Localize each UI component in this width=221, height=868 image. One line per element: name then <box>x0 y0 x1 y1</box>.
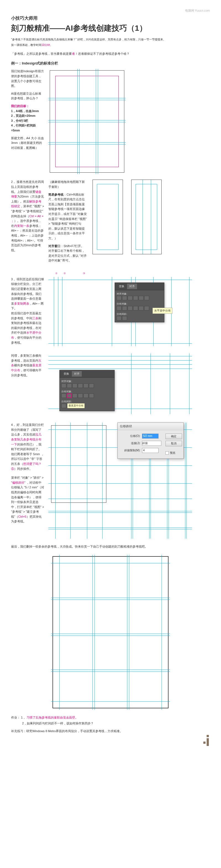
preface-2: ！连准都保证不了的参考线还参考个啥？ <box>75 52 130 55</box>
dist-vcenter-icon[interactable] <box>122 306 127 310</box>
offset-label: 位移(O): <box>121 434 140 438</box>
final-text: 最后，我们删掉一些多余的参考线，大功告成。快来欣赏一下自己手动创建的刻刀般精准的… <box>11 544 210 549</box>
diagram-step2 <box>91 180 163 257</box>
align-icon[interactable] <box>89 383 94 388</box>
align-vcenter-icon[interactable] <box>139 296 144 300</box>
p2a: 接着当然是先在四周拉上页面边框的参考线。上限我们设置键盘增量为20mm（方法参见… <box>11 180 44 251</box>
align-icon[interactable] <box>61 383 66 388</box>
align-panel-2[interactable]: 变换 对齐 对齐对象: 分布对象: <box>60 370 115 411</box>
diagram-step3: 变换 对齐 对齐对象: 分布对象: <box>48 277 192 346</box>
anno-3: ③ <box>83 272 85 275</box>
dist-space-icon[interactable] <box>61 404 66 408</box>
tab-align-2[interactable]: 对齐 <box>72 371 82 377</box>
preface: 「参考线」之所以是参考线，首当要务就是要准！连准都保证不了的参考线还参考个啥？ <box>11 52 210 57</box>
p1c: 新建文档，A4 大小 出血 3mm（都在新建文档的对话框里，配图略） <box>11 136 44 151</box>
p4a: 好，到这里我们分栏和分列都做了（我写了这么多，其实也就拉几条复制几条参考线分布一… <box>11 423 44 470</box>
p2-mid-title: （嫌麻烦地拖块地照顾下新手童鞋） <box>48 180 87 189</box>
p3b: 然后我们选中页面最左的参考线、中间三条刚复制的参考线和最右边的最外的参考线，在对… <box>11 311 44 345</box>
homework: 作业： 1， 习惯了乱拖参考线的童鞋自觉去面壁。 2，如果列间距与栏间距不一样，… <box>11 715 210 734</box>
align-icon[interactable] <box>72 383 77 388</box>
dist-hcenter-icon[interactable] <box>139 306 144 310</box>
distribute-spacing-label-2: 分布间距: <box>61 400 113 403</box>
site-watermark: 电脑网 Yuucn.com <box>11 8 210 13</box>
page-title: 刻刀般精准——AI参考线创建技巧（1） <box>11 22 210 35</box>
offset-path-dialog[interactable]: 位移路径 位移(O): 5/2 mm 连接(J): 斜接 <box>117 423 184 459</box>
offset-input[interactable]: 5/2 mm <box>142 434 158 439</box>
preview-checkbox[interactable] <box>165 451 169 455</box>
intro-note: 第一课很基础，教学时间10分钟。 <box>11 43 210 47</box>
hw1-text: 习惯了乱拖参考线的童鞋自觉去面壁。 <box>27 716 78 719</box>
tooltip-hcenter: 水平居中分布 <box>152 308 172 314</box>
hw2: 2，如果列间距与栏间距不一样，该如何操作第四步？ <box>22 721 210 726</box>
limit-input[interactable]: 4 <box>142 448 158 453</box>
preface-red: 准 <box>72 52 75 55</box>
align-icon[interactable] <box>78 383 83 388</box>
anno-1: ① <box>55 272 58 275</box>
logo-icon <box>202 735 210 746</box>
distribute-objects-label: 分布对象: <box>117 302 162 306</box>
preview-label: 预览 <box>170 451 175 455</box>
dialog-title: 位移路径 <box>118 423 183 430</box>
intro-note-suffix: 。 <box>50 43 53 46</box>
dist-icon[interactable] <box>72 394 77 398</box>
goal-item: 2，页边距=20mm <box>11 114 44 118</box>
limit-label: 斜接限制(M): <box>121 448 140 453</box>
dist-icon[interactable] <box>61 394 66 398</box>
join-label: 连接(J): <box>121 441 140 445</box>
dist-hspace-icon[interactable] <box>122 316 127 320</box>
dist-left-icon[interactable] <box>133 306 138 310</box>
join-select[interactable]: 斜接 <box>142 441 161 446</box>
goal-item: 3，分4行3栏 <box>11 118 44 123</box>
dist-icon[interactable] <box>78 394 83 398</box>
dist-icon[interactable] <box>89 394 94 398</box>
align-icon[interactable] <box>67 383 72 388</box>
step3-num: 3， <box>11 278 16 281</box>
tab-transform-2[interactable]: 变换 <box>61 371 71 377</box>
hw1-num: 1， <box>21 716 26 719</box>
dist-bottom-icon[interactable] <box>127 306 133 310</box>
diagram-step4: 位移路径 位移(O): 5/2 mm 连接(J): 斜接 <box>48 423 192 539</box>
diagram-final <box>51 555 170 710</box>
p3a: 得到页边距后我们继续做分栏划分。分三栏我们还需要在页面上两条纵向的参考线。我们选… <box>11 278 44 310</box>
intro-note-time: 10分钟 <box>41 43 50 46</box>
tab-align[interactable]: 对齐 <box>127 284 137 289</box>
dist-vspace-icon[interactable] <box>117 316 121 320</box>
homework-label: 作业： <box>11 716 20 719</box>
p1b: AI里也想建立这么标准的参考线，肿么办？ <box>11 91 44 101</box>
anno-2: ② <box>64 272 66 275</box>
diagram-indesign-sample <box>48 69 126 174</box>
align-icon[interactable] <box>83 383 88 388</box>
p3c: 同理，多复制三条横向参考线，选出页面内五条横向参考线做垂直居中分布，便可得横向平… <box>11 353 44 378</box>
intro-note-prefix: 第一课很基础，教学时间 <box>11 43 41 46</box>
dist-top-icon[interactable] <box>117 306 121 310</box>
align-hcenter-icon[interactable] <box>122 296 127 300</box>
subtitle: 小技巧大师用 <box>11 15 210 22</box>
dist-right-icon[interactable] <box>144 306 149 310</box>
diagram-step3c: 变换 对齐 对齐对象: 分布对象: <box>48 353 192 414</box>
highlight-label: 垂直居中分布 <box>67 403 84 408</box>
align-panel[interactable]: 变换 对齐 对齐对象: 分布对象: <box>115 282 164 322</box>
extra-practice: 补充练习：研究Windows 8 Metro界面的布局划分，手动设置其参考线，力… <box>11 729 210 734</box>
intro-text: "参考线？不就是调出标尺然后拖拖几条细线出来嘛？" 好吧，大约也就是这样。东西有… <box>11 37 210 42</box>
align-left-icon[interactable] <box>117 296 121 300</box>
goals-list: 1，A4纸，出血3mm 2，页边距=20mm 3，分4行3栏 4，行间距=栏间距… <box>11 109 44 133</box>
p1a: 我们知道Indesign有很方便的参考线创建工具，设置几个小参数可得左图。 <box>11 69 44 88</box>
align-bottom-icon[interactable] <box>144 296 149 300</box>
dist-icon[interactable] <box>83 394 88 398</box>
align-objects-label: 对齐对象: <box>117 292 162 296</box>
p2-mid-1: 简易参考线：Ctrl+R调出标尺，在有刻度的地方点击往页面上拖则【首选项面板里智… <box>48 192 87 241</box>
distribute-objects-label-2: 分布对象: <box>61 390 113 394</box>
align-right-icon[interactable] <box>127 296 133 300</box>
ok-button[interactable]: 确定 <box>165 434 182 439</box>
goals-title: 我们的目标： <box>11 104 44 109</box>
goal-item: 1，A4纸，出血3mm <box>11 109 44 114</box>
tab-transform[interactable]: 变换 <box>117 284 126 289</box>
align-top-icon[interactable] <box>133 296 138 300</box>
align-objects-label-2: 对齐对象: <box>61 379 113 383</box>
step2-num: 2， <box>11 180 16 183</box>
preface-1: 「参考线」之所以是参考线，首当要务就是要 <box>11 52 72 55</box>
cancel-button[interactable]: 取消 <box>165 441 182 446</box>
p2-mid-2: 对齐窗口：Shift+F7打开。对齐窗口右下角有个框框，是对齐定位方式，默认 "… <box>48 244 87 263</box>
dist-vcenter-icon-highlight[interactable] <box>67 394 72 398</box>
goal-item: 4，行间距=栏间距=5mm <box>11 123 44 133</box>
